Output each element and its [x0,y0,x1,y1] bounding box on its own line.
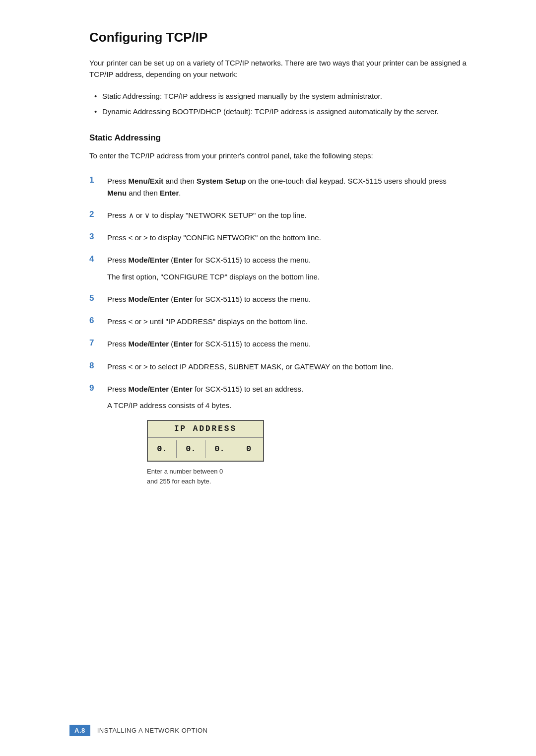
footer-badge: A.8 [69,725,90,736]
step-6: 6 Press < or > until "IP ADDRESS" displa… [89,316,467,327]
step-content-1: Press Menu/Exit and then System Setup on… [107,175,467,199]
step-number-2: 2 [89,209,107,219]
lcd-byte-3: 0. [205,440,234,458]
step-number-6: 6 [89,316,107,326]
lcd-byte-1: 0. [148,440,177,458]
step-number-3: 3 [89,232,107,242]
lcd-display: IP ADDRESS 0. 0. 0. 0 Enter a number bet… [147,420,467,486]
intro-paragraph: Your printer can be set up on a variety … [89,57,467,80]
step-content-5: Press Mode/Enter (Enter for SCX-5115) to… [107,293,467,305]
lcd-bottom-row: 0. 0. 0. 0 [148,438,263,461]
step-content-9: Press Mode/Enter (Enter for SCX-5115) to… [107,383,467,486]
bullet-list: Static Addressing: TCP/IP address is ass… [89,90,467,118]
subheading-static-addressing: Static Addressing [89,133,467,143]
step-9: 9 Press Mode/Enter (Enter for SCX-5115) … [89,383,467,486]
lcd-byte-4: 0 [234,440,263,458]
steps-list: 1 Press Menu/Exit and then System Setup … [89,175,467,486]
step-2: 2 Press ∧ or ∨ to display "NETWORK SETUP… [89,209,467,221]
section-intro: To enter the TCP/IP address from your pr… [89,150,467,161]
step-4: 4 Press Mode/Enter (Enter for SCX-5115) … [89,254,467,282]
footer-label: Installing a Network Option [97,727,208,734]
lcd-top-row: IP ADDRESS [148,421,263,438]
page: Configuring TCP/IP Your printer can be s… [0,0,536,756]
step-7: 7 Press Mode/Enter (Enter for SCX-5115) … [89,338,467,349]
step-content-8: Press < or > to select IP ADDRESS, SUBNE… [107,361,467,372]
step-3: 3 Press < or > to display "CONFIG NETWOR… [89,232,467,243]
step-content-6: Press < or > until "IP ADDRESS" displays… [107,316,467,327]
lcd-byte-2: 0. [177,440,205,458]
step-8: 8 Press < or > to select IP ADDRESS, SUB… [89,361,467,372]
step-number-8: 8 [89,361,107,371]
step-number-7: 7 [89,338,107,348]
step-4-sub: The first option, "CONFIGURE TCP" displa… [107,271,467,282]
step-1: 1 Press Menu/Exit and then System Setup … [89,175,467,199]
bullet-item-1: Static Addressing: TCP/IP address is ass… [94,90,467,102]
step-content-4: Press Mode/Enter (Enter for SCX-5115) to… [107,254,467,282]
bullet-item-2: Dynamic Addressing BOOTP/DHCP (default):… [94,106,467,117]
lcd-screen: IP ADDRESS 0. 0. 0. 0 [147,420,264,462]
step-number-5: 5 [89,293,107,303]
step-5: 5 Press Mode/Enter (Enter for SCX-5115) … [89,293,467,305]
step-content-7: Press Mode/Enter (Enter for SCX-5115) to… [107,338,467,349]
step-number-9: 9 [89,383,107,393]
step-9-sub: A TCP/IP address consists of 4 bytes. [107,400,467,411]
step-number-1: 1 [89,175,107,185]
step-number-4: 4 [89,254,107,264]
step-content-2: Press ∧ or ∨ to display "NETWORK SETUP" … [107,209,467,221]
footer: A.8 Installing a Network Option [0,725,536,736]
lcd-caption: Enter a number between 0 and 255 for eac… [147,467,223,486]
page-title: Configuring TCP/IP [89,30,467,45]
step-content-3: Press < or > to display "CONFIG NETWORK"… [107,232,467,243]
